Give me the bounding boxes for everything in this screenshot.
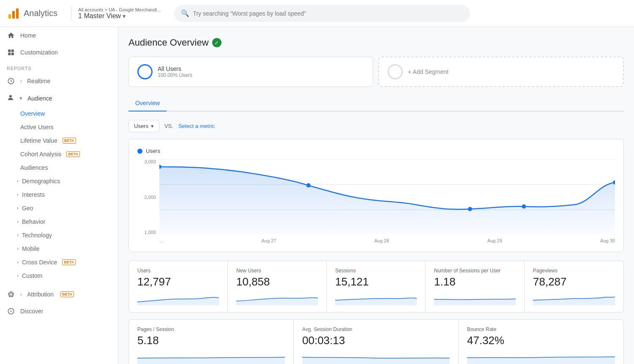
select-metric-link[interactable]: Select a metric [178,123,215,129]
demographics-label: Demographics [22,178,60,185]
sidebar-item-active-users[interactable]: Active Users [0,120,118,134]
stat-session-duration-value: 00:03:13 [302,334,450,347]
body-layout: Home Customization REPORTS › Realtime ▾ … [0,27,634,364]
add-segment-circle-icon [388,64,403,79]
audiences-label: Audiences [20,164,48,171]
svg-rect-1 [12,11,15,19]
sidebar-item-cohort-analysis[interactable]: Cohort Analysis BETA [0,147,118,161]
sidebar-item-geo[interactable]: › Geo [0,201,118,215]
metric-dropdown[interactable]: Users ▾ [128,120,159,132]
segment-circle-icon [137,64,153,79]
sidebar-item-home[interactable]: Home [0,27,118,44]
account-path: All accounts > UA - Google Merchandi... [78,7,161,12]
attribution-icon [7,290,15,299]
x-label-aug27: Aug 27 [262,238,276,243]
stat-card-pageviews: Pageviews 78,287 [525,261,623,312]
svg-rect-4 [11,49,14,52]
segment-all-users[interactable]: All Users 100.00% Users [128,57,373,87]
chart-legend: Users [137,148,615,154]
app-title: Analytics [24,8,57,18]
sidebar-item-cross-device[interactable]: › Cross Device BETA [0,255,118,269]
technology-label: Technology [22,232,52,239]
sidebar-item-interests[interactable]: › Interests [0,188,118,201]
segment-name: All Users [158,65,192,72]
account-selector[interactable]: All accounts > UA - Google Merchandi... … [78,7,161,20]
x-label-aug28: Aug 28 [374,238,389,243]
sidebar-item-mobile[interactable]: › Mobile [0,242,118,255]
stat-card-pages-session: Pages / Session 5.18 [129,320,294,364]
demographics-expand-icon: › [17,178,19,184]
sidebar-item-demographics[interactable]: › Demographics [0,174,118,188]
custom-label: Custom [22,272,42,279]
audience-collapse-icon: ▾ [19,95,22,101]
realtime-icon [7,77,15,85]
verified-checkmark: ✓ [214,40,219,46]
tab-overview-label: Overview [135,100,160,106]
chart-svg [159,159,615,235]
search-icon: 🔍 [181,9,189,17]
stat-card-new-users: New Users 10,858 [228,261,327,312]
sidebar-item-overview[interactable]: Overview [0,107,118,120]
stat-session-duration-label: Avg. Session Duration [302,326,450,332]
search-input[interactable] [193,10,463,17]
sidebar-item-audience[interactable]: ▾ Audience [0,90,118,107]
stat-card-sessions: Sessions 15,121 [327,261,426,312]
sidebar-item-custom[interactable]: › Custom [0,269,118,283]
cohort-analysis-label: Cohort Analysis [20,151,61,158]
legend-dot-icon [137,149,142,154]
search-bar[interactable]: 🔍 [174,5,470,22]
tabs-row: Overview [128,95,624,111]
sidebar-customization-label: Customization [20,49,58,56]
add-segment-card[interactable]: + Add Segment [378,57,624,87]
sidebar-item-technology[interactable]: › Technology [0,228,118,242]
svg-rect-2 [16,8,19,19]
stat-pageviews-value: 78,287 [533,275,615,288]
chart-legend-label: Users [146,148,160,154]
header-divider [71,6,71,21]
sidebar-realtime-label: Realtime [27,78,50,84]
sidebar-item-customization[interactable]: Customization [0,44,118,61]
custom-expand-icon: › [17,273,19,279]
segment-info: All Users 100.00% Users [158,65,192,78]
view-selector[interactable]: 1 Master View ▾ [78,12,161,20]
stat-sessions-value: 15,121 [335,275,417,288]
page-title: Audience Overview [128,37,209,48]
sidebar-item-attribution[interactable]: › Attribution BETA [0,286,118,303]
sidebar-item-lifetime-value[interactable]: Lifetime Value BETA [0,134,118,147]
stat-sessions-per-user-mini-chart [434,292,516,305]
stat-pages-session-value: 5.18 [137,334,285,347]
sidebar-item-behavior[interactable]: › Behavior [0,215,118,228]
customization-icon [7,48,15,57]
svg-rect-0 [8,14,11,19]
active-users-label: Active Users [20,124,54,130]
sidebar-item-discover[interactable]: Discover [0,303,118,320]
technology-expand-icon: › [17,232,19,238]
svg-point-15 [306,183,311,187]
stat-sessions-per-user-value: 1.18 [434,275,516,288]
sidebar-item-realtime[interactable]: › Realtime [0,73,118,90]
chart-wrapper: 3,000 2,000 1,000 [137,159,615,243]
tab-overview[interactable]: Overview [128,95,167,111]
interests-expand-icon: › [17,192,19,198]
attribution-label: Attribution [27,291,54,298]
cross-device-beta-badge: BETA [62,259,76,265]
svg-point-8 [9,95,12,98]
discover-icon [7,307,15,315]
stat-pageviews-mini-chart [533,292,615,305]
logo: Analytics [7,7,57,20]
x-label-aug29: Aug 29 [487,238,502,243]
metric-dropdown-label: Users [134,123,148,129]
stat-users-value: 12,797 [137,275,219,288]
chart-x-labels: ... Aug 27 Aug 28 Aug 29 Aug 30 [159,238,615,243]
stat-bounce-rate-label: Bounce Rate [467,326,615,332]
attribution-beta-badge: BETA [60,291,74,297]
sidebar-item-audiences[interactable]: Audiences [0,161,118,174]
behavior-label: Behavior [22,218,45,225]
interests-label: Interests [22,191,45,198]
page-header: Audience Overview ✓ [128,37,624,48]
y-label-1000: 1,000 [137,230,156,235]
metric-controls: Users ▾ VS. Select a metric [128,120,624,132]
stat-sessions-per-user-label: Number of Sessions per User [434,268,516,274]
metric-dropdown-chevron-icon: ▾ [151,123,154,129]
svg-point-10 [11,311,12,312]
